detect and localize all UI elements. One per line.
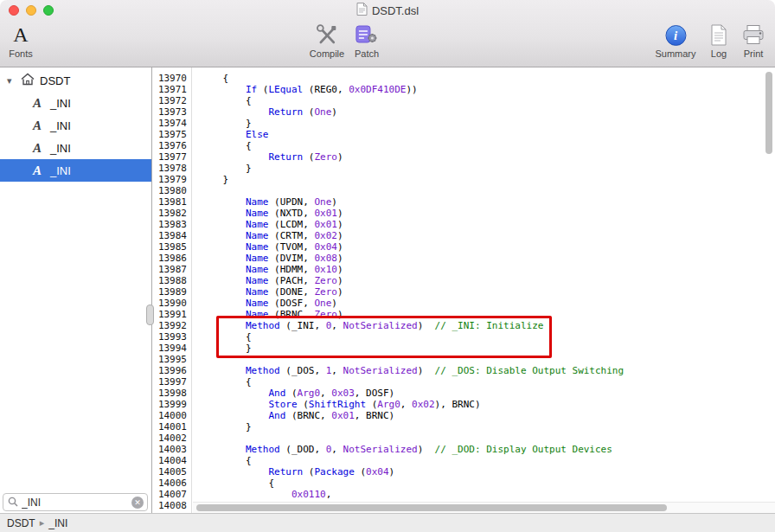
code-line[interactable]: } — [200, 174, 775, 185]
code-line[interactable]: Name (NXTD, 0x01) — [200, 208, 775, 219]
summary-button[interactable]: i Summary — [655, 22, 695, 59]
fonts-icon: A — [13, 23, 28, 46]
line-number: 13996 — [152, 365, 187, 376]
code-line[interactable]: Method (_DOS, 1, NotSerialized) // _DOS:… — [200, 365, 775, 376]
horizontal-scrollbar[interactable] — [193, 502, 775, 513]
fonts-label: Fonts — [9, 48, 33, 59]
line-number: 13972 — [152, 95, 187, 106]
line-number: 13981 — [152, 196, 187, 208]
code-line[interactable]: If (LEqual (REG0, 0x0DF410DE)) — [200, 84, 775, 95]
line-number: 13990 — [152, 298, 187, 309]
patch-label: Patch — [355, 48, 379, 59]
code-line[interactable]: Name (CRTM, 0x02) — [200, 230, 775, 241]
code-line[interactable]: { — [200, 95, 775, 106]
fonts-button[interactable]: A Fonts — [9, 22, 33, 59]
code-line[interactable]: Name (UPDN, One) — [200, 196, 775, 208]
code-line[interactable]: Name (DVIM, 0x08) — [200, 253, 775, 264]
sidebar-item-ini[interactable]: A_INI — [0, 159, 151, 182]
code-line[interactable]: Name (DONE, Zero) — [200, 286, 775, 298]
line-number: 13984 — [152, 230, 187, 241]
compile-button[interactable]: Compile — [310, 22, 344, 59]
code-line[interactable]: Name (DOSF, One) — [200, 298, 775, 309]
search-icon — [8, 495, 18, 510]
line-number: 13983 — [152, 219, 187, 230]
line-number: 13978 — [152, 163, 187, 174]
breadcrumb-item-dsdt[interactable]: DSDT — [7, 517, 35, 529]
code-line[interactable]: 0x0110, — [200, 489, 775, 500]
code-line[interactable]: Return (Zero) — [200, 151, 775, 163]
line-number: 13992 — [152, 320, 187, 331]
compile-icon — [316, 22, 338, 46]
code-line[interactable]: Return (Package (0x04) — [200, 466, 775, 478]
patch-button[interactable]: Patch — [355, 22, 379, 59]
line-number: 14004 — [152, 455, 187, 466]
code-line[interactable] — [200, 433, 775, 444]
code-editor[interactable]: 1397013971139721397313974139751397613977… — [152, 67, 775, 513]
code-area[interactable]: { If (LEqual (REG0, 0x0DF410DE)) { Retur… — [193, 67, 775, 513]
sidebar-search-field[interactable]: ✕ — [3, 493, 148, 511]
line-number: 14002 — [152, 433, 187, 444]
method-icon: A — [31, 141, 43, 156]
line-number: 13971 — [152, 84, 187, 95]
sidebar: ▾ DSDT A_INIA_INIA_INIA_INI — [0, 67, 152, 513]
code-line[interactable]: Else — [200, 129, 775, 140]
patch-icon — [355, 22, 378, 46]
line-number: 14001 — [152, 421, 187, 433]
disclosure-triangle-icon[interactable]: ▾ — [7, 75, 16, 87]
code-line[interactable]: Name (TVOM, 0x04) — [200, 241, 775, 253]
sidebar-item-ini[interactable]: A_INI — [0, 92, 151, 114]
sidebar-item-dsdt[interactable]: ▾ DSDT — [0, 69, 151, 92]
code-line[interactable]: And (Arg0, 0x03, DOSF) — [200, 388, 775, 399]
line-number: 13991 — [152, 309, 187, 320]
statusbar-breadcrumb: DSDT ▸ _INI — [0, 513, 775, 532]
code-line[interactable]: Name (PACH, Zero) — [200, 275, 775, 286]
document-icon — [356, 3, 368, 18]
code-line[interactable]: { — [200, 478, 775, 489]
sidebar-item-label: _INI — [50, 142, 71, 155]
log-button[interactable]: Log — [710, 22, 727, 59]
code-line[interactable]: Method (_DOD, 0, NotSerialized) // _DOD:… — [200, 444, 775, 455]
window-title-area: DSDT.dsl — [0, 3, 775, 18]
code-line[interactable]: Return (One) — [200, 106, 775, 118]
code-line[interactable]: Name (LCDM, 0x01) — [200, 219, 775, 230]
sidebar-item-ini[interactable]: A_INI — [0, 137, 151, 159]
line-number: 13970 — [152, 73, 187, 84]
code-line[interactable]: { — [200, 376, 775, 388]
code-line[interactable]: } — [200, 163, 775, 174]
breadcrumb-separator-icon: ▸ — [40, 517, 45, 529]
sidebar-search-input[interactable] — [22, 497, 128, 509]
line-number: 13997 — [152, 376, 187, 388]
sidebar-splitter-handle[interactable] — [146, 304, 154, 325]
line-number: 13979 — [152, 174, 187, 185]
method-icon: A — [31, 163, 43, 178]
line-number: 14005 — [152, 466, 187, 478]
line-number: 14000 — [152, 410, 187, 421]
sidebar-item-label: _INI — [50, 164, 71, 177]
print-button[interactable]: Print — [742, 22, 765, 59]
line-number: 13998 — [152, 388, 187, 399]
line-number: 13999 — [152, 399, 187, 410]
clear-search-button[interactable]: ✕ — [131, 497, 144, 509]
compile-label: Compile — [310, 48, 344, 59]
sidebar-item-ini[interactable]: A_INI — [0, 114, 151, 137]
breadcrumb-item-ini[interactable]: _INI — [48, 517, 67, 529]
line-number: 13994 — [152, 343, 187, 354]
code-line[interactable]: { — [200, 73, 775, 84]
horizontal-scrollbar-thumb[interactable] — [196, 504, 667, 511]
line-number: 13973 — [152, 106, 187, 118]
code-line[interactable]: Store (ShiftRight (Arg0, 0x02), BRNC) — [200, 399, 775, 410]
code-line[interactable]: { — [200, 140, 775, 151]
vertical-scrollbar-thumb[interactable] — [765, 72, 772, 154]
code-line[interactable]: } — [200, 421, 775, 433]
line-number: 13989 — [152, 286, 187, 298]
sidebar-item-label: _INI — [50, 97, 71, 110]
window-chrome: DSDT.dsl A Fonts Compile — [0, 0, 775, 67]
code-line[interactable]: { — [200, 455, 775, 466]
code-line[interactable]: Name (HDMM, 0x10) — [200, 264, 775, 275]
code-line[interactable]: } — [200, 118, 775, 129]
code-line[interactable]: And (BRNC, 0x01, BRNC) — [200, 410, 775, 421]
window-title: DSDT.dsl — [372, 4, 419, 17]
log-icon — [710, 22, 727, 46]
code-line[interactable] — [200, 185, 775, 196]
line-number: 13974 — [152, 118, 187, 129]
